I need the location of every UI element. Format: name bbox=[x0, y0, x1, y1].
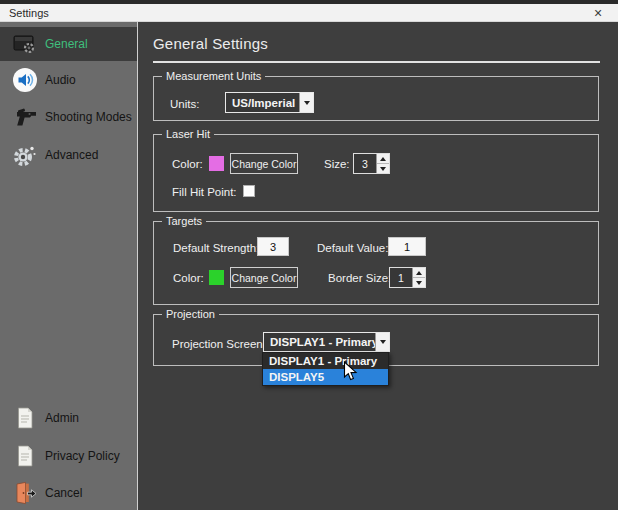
units-dropdown[interactable]: US/Imperial bbox=[225, 92, 314, 113]
target-change-color-button[interactable]: Change Color bbox=[230, 267, 298, 288]
sidebar-item-cancel[interactable]: Cancel bbox=[0, 477, 137, 509]
sidebar-item-label: Advanced bbox=[45, 148, 98, 162]
stepper-down-icon[interactable] bbox=[377, 164, 389, 173]
sidebar-item-advanced[interactable]: Advanced bbox=[0, 139, 137, 171]
sidebar-item-label: General bbox=[45, 37, 88, 51]
divider bbox=[153, 61, 600, 63]
window-title: Settings bbox=[0, 7, 49, 19]
laser-color-swatch bbox=[209, 156, 224, 171]
title-bar: Settings × bbox=[0, 4, 618, 22]
units-dropdown-value: US/Imperial bbox=[226, 93, 299, 112]
sidebar-item-label: Privacy Policy bbox=[45, 449, 120, 463]
border-size-value: 1 bbox=[390, 268, 412, 287]
group-measurement-units: Measurement Units Units: US/Imperial bbox=[153, 76, 599, 121]
sidebar-item-shooting-modes[interactable]: Shooting Modes bbox=[0, 101, 137, 133]
laser-change-color-button[interactable]: Change Color bbox=[230, 153, 298, 174]
sidebar-item-label: Admin bbox=[45, 411, 79, 425]
border-size-label: Border Size: bbox=[328, 272, 391, 284]
group-title: Targets bbox=[162, 215, 206, 227]
settings-window: Settings × General bbox=[0, 0, 618, 510]
sidebar-item-label: Audio bbox=[45, 73, 76, 87]
fill-hit-point-checkbox[interactable] bbox=[243, 185, 255, 197]
target-color-swatch bbox=[209, 270, 224, 285]
sidebar: General Audio Shooting Mo bbox=[0, 22, 138, 510]
units-label: Units: bbox=[170, 98, 199, 110]
pistol-icon bbox=[11, 105, 39, 129]
sidebar-item-label: Cancel bbox=[45, 486, 82, 500]
laser-size-label: Size: bbox=[324, 158, 350, 170]
general-icon bbox=[11, 34, 39, 54]
audio-icon bbox=[11, 67, 39, 93]
sidebar-item-audio[interactable]: Audio bbox=[0, 64, 137, 96]
stepper-down-icon[interactable] bbox=[413, 278, 425, 287]
main-panel: General Settings Measurement Units Units… bbox=[138, 22, 618, 510]
group-targets: Targets Default Strength: 3 Default Valu… bbox=[153, 221, 599, 305]
fill-hit-point-label: Fill Hit Point: bbox=[172, 186, 237, 198]
page-title: General Settings bbox=[153, 35, 268, 52]
sidebar-item-privacy-policy[interactable]: Privacy Policy bbox=[0, 440, 137, 472]
sidebar-item-label: Shooting Modes bbox=[45, 110, 132, 124]
target-color-label: Color: bbox=[173, 272, 204, 284]
projection-screen-options-list: DISPLAY1 - Primary DISPLAY5 bbox=[262, 352, 389, 386]
default-strength-label: Default Strength: bbox=[173, 242, 259, 254]
dropdown-option-display1[interactable]: DISPLAY1 - Primary bbox=[263, 353, 388, 369]
group-title: Measurement Units bbox=[162, 70, 265, 82]
laser-color-label: Color: bbox=[172, 158, 203, 170]
border-size-stepper[interactable]: 1 bbox=[389, 267, 426, 288]
sidebar-item-general[interactable]: General bbox=[0, 27, 137, 61]
group-title: Laser Hit bbox=[162, 128, 214, 140]
gear-icon bbox=[11, 142, 39, 168]
group-laser-hit: Laser Hit Color: Change Color Size: 3 Fi… bbox=[153, 134, 599, 212]
projection-screen-label: Projection Screen: bbox=[172, 338, 266, 350]
chevron-down-icon[interactable] bbox=[375, 333, 389, 351]
document-icon bbox=[11, 407, 39, 429]
stepper-up-icon[interactable] bbox=[377, 154, 389, 164]
default-value-label: Default Value: bbox=[317, 242, 388, 254]
chevron-down-icon[interactable] bbox=[299, 93, 313, 112]
dropdown-option-display5[interactable]: DISPLAY5 bbox=[263, 369, 388, 385]
default-strength-field[interactable]: 3 bbox=[257, 237, 289, 256]
document-icon bbox=[11, 445, 39, 467]
exit-door-icon bbox=[11, 481, 39, 505]
projection-screen-value: DISPLAY1 - Primary bbox=[264, 333, 375, 351]
mouse-cursor bbox=[343, 361, 358, 386]
laser-size-stepper[interactable]: 3 bbox=[353, 153, 390, 174]
laser-size-value: 3 bbox=[354, 154, 376, 173]
default-value-field[interactable]: 1 bbox=[388, 237, 426, 256]
close-icon[interactable]: × bbox=[582, 4, 614, 22]
group-title: Projection bbox=[162, 308, 219, 320]
sidebar-item-admin[interactable]: Admin bbox=[0, 402, 137, 434]
projection-screen-dropdown[interactable]: DISPLAY1 - Primary bbox=[263, 332, 390, 352]
stepper-up-icon[interactable] bbox=[413, 268, 425, 278]
